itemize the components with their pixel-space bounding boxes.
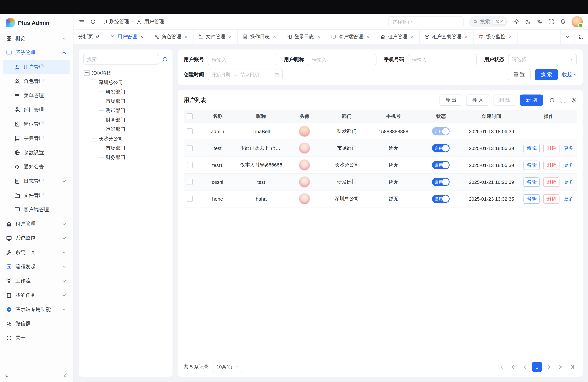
sidebar-item-log[interactable]: 日志管理 <box>3 174 70 188</box>
tab-tenant[interactable]: 租户管理 <box>375 30 420 44</box>
prev-page-button[interactable] <box>521 362 529 371</box>
select-all-checkbox[interactable] <box>187 113 193 119</box>
status-toggle[interactable]: 启用 <box>432 195 450 203</box>
tree-collapse-icon[interactable] <box>91 136 96 141</box>
refresh-page-icon[interactable] <box>90 19 96 25</box>
sidebar-item-param[interactable]: 参数设置 <box>3 146 70 160</box>
dark-mode-icon[interactable] <box>525 19 531 25</box>
sidebar-item-sysmon[interactable]: 系统监控 <box>3 231 70 245</box>
add-user-button[interactable]: 新 增 <box>520 95 543 106</box>
close-tab-icon[interactable] <box>140 35 144 39</box>
jump-forward-button[interactable] <box>556 362 565 371</box>
status-toggle[interactable]: 启用 <box>432 178 450 186</box>
sidebar-item-mytask[interactable]: 我的任务 <box>3 288 70 302</box>
table-row[interactable]: hehe haha 深圳总公司 暂无 启用 2025-01-23 13:32:3… <box>184 190 577 207</box>
more-button[interactable]: 更多 <box>563 161 574 170</box>
close-tab-icon[interactable] <box>508 35 513 39</box>
export-button[interactable]: 导 出 <box>439 95 462 106</box>
tree-node[interactable]: 测试部门 <box>83 106 168 115</box>
delete-button[interactable]: 删 除 <box>544 144 560 153</box>
collapse-filters-link[interactable]: 收起 <box>562 71 577 78</box>
account-input[interactable] <box>208 54 276 65</box>
tab-options-button[interactable] <box>560 30 574 44</box>
row-checkbox[interactable] <box>187 162 193 168</box>
current-page-button[interactable]: 1 <box>532 362 542 372</box>
sidebar-item-tenant[interactable]: 租户管理 <box>3 217 70 231</box>
close-tab-icon[interactable] <box>184 35 188 39</box>
more-button[interactable]: 更多 <box>563 194 574 203</box>
status-toggle[interactable]: 启用 <box>432 127 450 135</box>
edit-button[interactable]: 编 辑 <box>524 194 540 203</box>
close-tab-icon[interactable] <box>366 35 370 39</box>
tree-node[interactable]: 财务部门 <box>83 115 168 125</box>
hamburger-icon[interactable] <box>79 19 85 25</box>
sidebar-item-menu[interactable]: 菜单管理 <box>3 88 70 103</box>
table-row[interactable]: test1 仅本人 密码666666 长沙分公司 暂无 启用 2025-01-1… <box>184 157 577 173</box>
edit-button[interactable]: 编 辑 <box>524 177 540 187</box>
edit-button[interactable]: 编 辑 <box>524 144 540 153</box>
close-tab-icon[interactable] <box>272 35 277 39</box>
sidebar-item-post[interactable]: 岗位管理 <box>3 117 70 131</box>
nickname-input[interactable] <box>308 54 377 65</box>
settings-icon[interactable] <box>513 19 519 25</box>
table-row[interactable]: test 本部门及以下 密码6... 市场部门 暂无 启用 2025-01-13… <box>184 140 577 156</box>
tree-node[interactable]: 市场部门 <box>83 96 168 106</box>
table-row[interactable]: admin LinaBell 研发部门 15888888888 启用 2025-… <box>184 123 577 140</box>
sidebar-item-demo[interactable]: 演示站专用功能 <box>3 302 70 317</box>
sidebar-item-workflow[interactable]: 工作流 <box>3 274 70 288</box>
table-fullscreen-icon[interactable] <box>560 97 566 103</box>
fullscreen-icon[interactable] <box>548 19 554 25</box>
edit-button[interactable]: 编 辑 <box>524 160 540 170</box>
language-icon[interactable] <box>537 19 543 25</box>
import-button[interactable]: 导 入 <box>466 95 489 106</box>
tab-analysis[interactable]: 分析页 <box>74 30 105 44</box>
breadcrumb-item[interactable]: 用户管理 <box>136 18 164 25</box>
sidebar-item-user[interactable]: 用户管理 <box>3 60 70 74</box>
tree-collapse-icon[interactable] <box>84 70 89 76</box>
status-select[interactable]: 请选择 <box>508 54 577 65</box>
sidebar-item-flowstart[interactable]: 流程发起 <box>3 260 70 274</box>
tab-cache[interactable]: 缓存监控 <box>474 30 518 44</box>
row-checkbox[interactable] <box>187 179 193 185</box>
tree-node[interactable]: 长沙分公司 <box>83 134 168 143</box>
sidebar-item-overview[interactable]: 概览 <box>3 32 70 46</box>
row-checkbox[interactable] <box>187 128 193 134</box>
status-toggle[interactable]: 启用 <box>432 144 450 152</box>
sidebar-item-notice[interactable]: 通知公告 <box>3 160 70 174</box>
status-toggle[interactable]: 启用 <box>432 161 450 169</box>
jump-back-button[interactable] <box>509 362 518 371</box>
user-avatar-button[interactable] <box>571 16 583 27</box>
sidebar-item-role[interactable]: 角色管理 <box>3 74 70 88</box>
breadcrumb-item[interactable]: 系统管理 <box>101 18 129 25</box>
sidebar-item-file[interactable]: 文件管理 <box>3 188 70 203</box>
tenant-select-input[interactable] <box>388 16 463 27</box>
collapse-sidebar-button[interactable]: « <box>5 372 8 378</box>
delete-button[interactable]: 删 除 <box>544 177 560 187</box>
sidebar-item-system[interactable]: 系统管理 <box>3 46 70 60</box>
tree-node[interactable]: 财务部门 <box>83 153 168 162</box>
last-page-button[interactable] <box>568 362 577 371</box>
more-button[interactable]: 更多 <box>563 144 574 152</box>
tab-client[interactable]: 客户端管理 <box>326 30 375 44</box>
tree-collapse-icon[interactable] <box>91 80 96 85</box>
tab-tenant-package[interactable]: 租户套餐管理 <box>420 30 474 44</box>
sidebar-item-dept[interactable]: 部门管理 <box>3 103 70 117</box>
sidebar-item-dict[interactable]: 字典管理 <box>3 131 70 146</box>
tab-role[interactable]: 角色管理 <box>149 30 193 44</box>
close-tab-icon[interactable] <box>464 35 468 39</box>
tab-oplog[interactable]: 操作日志 <box>238 30 282 44</box>
content-fullscreen-button[interactable] <box>574 30 588 44</box>
table-row[interactable]: ceshi test 研发部门 暂无 启用 2025-01-21 10:20:3… <box>184 173 577 190</box>
tab-file[interactable]: 文件管理 <box>193 30 238 44</box>
tree-node[interactable]: 市场部门 <box>83 143 168 153</box>
refresh-table-icon[interactable] <box>549 97 555 103</box>
sidebar-item-about[interactable]: 关于 <box>3 331 70 345</box>
batch-delete-button[interactable]: 删 除 <box>493 95 516 106</box>
row-checkbox[interactable] <box>187 196 193 202</box>
tree-node[interactable]: 运维部门 <box>83 125 168 134</box>
global-search-button[interactable]: 搜索 ⌘ K <box>469 16 508 27</box>
next-page-button[interactable] <box>545 362 554 371</box>
close-tab-icon[interactable] <box>316 35 321 39</box>
close-tab-icon[interactable] <box>410 35 414 39</box>
tree-search-input[interactable] <box>83 54 159 64</box>
